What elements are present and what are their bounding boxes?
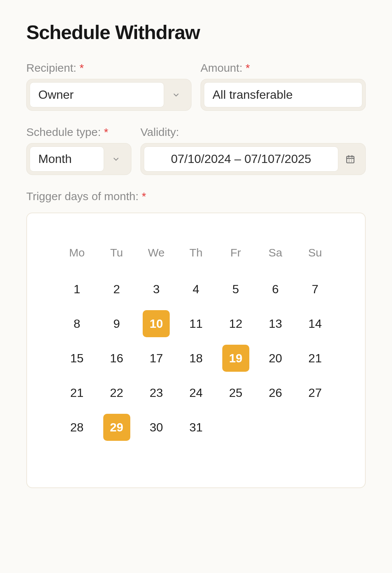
label-recipient-text: Recipient: xyxy=(26,62,76,74)
calendar-weekday: Mo xyxy=(57,243,97,270)
calendar-day[interactable]: 29 xyxy=(103,414,130,441)
label-amount: Amount: * xyxy=(201,62,366,74)
label-validity: Validity: xyxy=(140,126,366,139)
calendar-weekday: Su xyxy=(295,243,335,270)
schedule-type-select[interactable]: Month xyxy=(26,143,131,175)
label-validity-text: Validity: xyxy=(140,126,179,138)
calendar-day[interactable]: 2 xyxy=(103,276,130,303)
recipient-select[interactable]: Owner xyxy=(26,79,191,111)
calendar-day[interactable]: 11 xyxy=(182,310,210,337)
label-recipient: Recipient: * xyxy=(26,62,191,74)
calendar-grid: MoTuWeThFrSaSu12345678910111213141516171… xyxy=(57,243,335,442)
recipient-dropdown-button[interactable] xyxy=(164,82,188,107)
calendar-day[interactable]: 14 xyxy=(302,310,329,337)
calendar-day[interactable]: 5 xyxy=(222,276,249,303)
calendar-day[interactable]: 8 xyxy=(63,310,90,337)
calendar-day[interactable]: 28 xyxy=(63,414,90,441)
calendar-day[interactable]: 13 xyxy=(262,310,289,337)
calendar-day[interactable]: 24 xyxy=(182,379,210,406)
calendar-icon xyxy=(345,154,355,164)
calendar-day[interactable]: 12 xyxy=(222,310,249,337)
recipient-value: Owner xyxy=(30,82,164,107)
calendar-day[interactable]: 27 xyxy=(302,379,329,406)
label-schedule-type-text: Schedule type: xyxy=(26,126,101,138)
label-trigger-days: Trigger days of month: * xyxy=(26,190,366,203)
calendar-weekday: Sa xyxy=(256,243,296,270)
calendar-day[interactable]: 6 xyxy=(262,276,289,303)
calendar-day[interactable]: 23 xyxy=(143,379,170,406)
field-amount: Amount: * All transferable xyxy=(201,62,366,111)
calendar-empty xyxy=(222,414,249,441)
required-mark: * xyxy=(246,62,250,74)
calendar-empty xyxy=(262,414,289,441)
calendar-weekday: We xyxy=(136,243,176,270)
calendar-day[interactable]: 1 xyxy=(63,276,90,303)
calendar-weekday: Tu xyxy=(97,243,137,270)
calendar-day[interactable]: 10 xyxy=(143,310,170,337)
calendar-day[interactable]: 21 xyxy=(302,345,329,372)
calendar-day[interactable]: 30 xyxy=(143,414,170,441)
label-schedule-type: Schedule type: * xyxy=(26,126,131,139)
calendar-day[interactable]: 15 xyxy=(63,345,90,372)
label-amount-text: Amount: xyxy=(201,62,243,74)
calendar-day[interactable]: 26 xyxy=(262,379,289,406)
chevron-down-icon xyxy=(112,155,120,163)
field-recipient: Recipient: * Owner xyxy=(26,62,191,111)
calendar-day[interactable]: 9 xyxy=(103,310,130,337)
calendar-weekday: Fr xyxy=(216,243,256,270)
field-schedule-type: Schedule type: * Month xyxy=(26,126,131,175)
trigger-days-calendar: MoTuWeThFrSaSu12345678910111213141516171… xyxy=(26,213,366,488)
calendar-weekday: Th xyxy=(176,243,216,270)
calendar-empty xyxy=(302,414,329,441)
calendar-day[interactable]: 18 xyxy=(182,345,210,372)
calendar-day[interactable]: 16 xyxy=(103,345,130,372)
page-title: Schedule Withdraw xyxy=(26,21,366,44)
calendar-day[interactable]: 3 xyxy=(143,276,170,303)
required-mark: * xyxy=(142,190,146,202)
field-validity: Validity: 07/10/2024 – 07/107/2025 xyxy=(140,126,366,175)
field-trigger-days: Trigger days of month: * xyxy=(26,190,366,207)
required-mark: * xyxy=(80,62,84,74)
label-trigger-days-text: Trigger days of month: xyxy=(26,190,139,202)
calendar-day[interactable]: 19 xyxy=(222,345,249,372)
calendar-day[interactable]: 22 xyxy=(103,379,130,406)
amount-value[interactable]: All transferable xyxy=(204,82,362,107)
calendar-day[interactable]: 25 xyxy=(222,379,249,406)
calendar-day[interactable]: 17 xyxy=(143,345,170,372)
row-schedule-validity: Schedule type: * Month Validity: 07/10/2… xyxy=(26,126,366,175)
schedule-withdraw-card: Schedule Withdraw Recipient: * Owner Amo… xyxy=(0,0,392,573)
amount-input-wrap[interactable]: All transferable xyxy=(201,79,366,111)
calendar-day[interactable]: 20 xyxy=(262,345,289,372)
validity-value[interactable]: 07/10/2024 – 07/107/2025 xyxy=(144,146,338,172)
calendar-day[interactable]: 7 xyxy=(302,276,329,303)
svg-rect-0 xyxy=(347,156,354,163)
calendar-day[interactable]: 31 xyxy=(182,414,210,441)
calendar-day[interactable]: 21 xyxy=(63,379,90,406)
calendar-day[interactable]: 4 xyxy=(182,276,210,303)
chevron-down-icon xyxy=(172,91,180,99)
validity-calendar-button[interactable] xyxy=(338,146,362,172)
schedule-type-value: Month xyxy=(30,146,104,172)
validity-input-wrap[interactable]: 07/10/2024 – 07/107/2025 xyxy=(140,143,366,175)
required-mark: * xyxy=(104,126,109,138)
row-recipient-amount: Recipient: * Owner Amount: * All transfe… xyxy=(26,62,366,111)
schedule-type-dropdown-button[interactable] xyxy=(104,146,128,172)
